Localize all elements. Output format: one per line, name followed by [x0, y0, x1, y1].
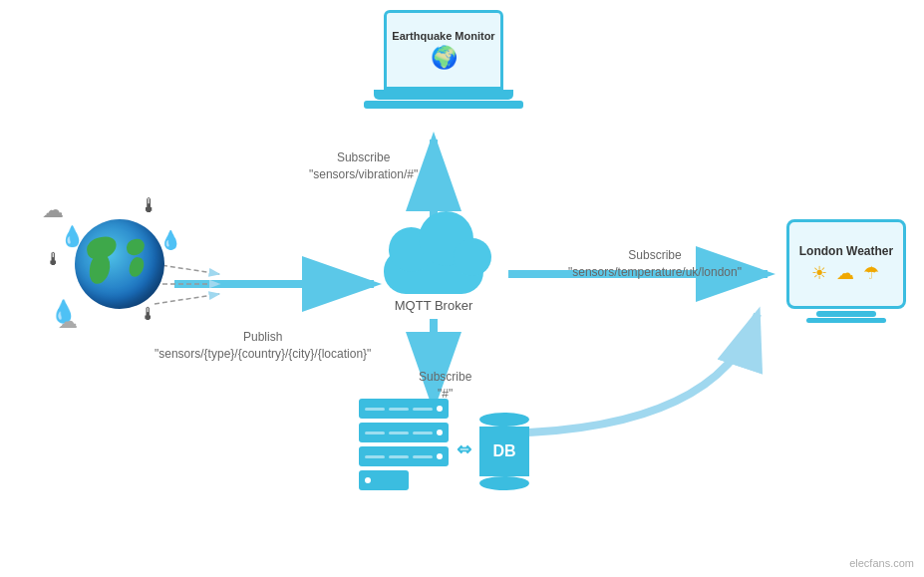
tablet-title: London Weather [799, 244, 893, 258]
label-subscribe-bottom: Subscribe "#" [419, 369, 471, 403]
db-double-arrow: ⇔ [457, 438, 471, 460]
earth-globe [75, 219, 164, 309]
tablet-stand [816, 311, 876, 317]
laptop-foot [364, 101, 523, 109]
watermark: elecfans.com [849, 557, 914, 569]
label-subscribe-top: Subscribe "sensors/vibration/#" [309, 149, 418, 183]
laptop-title: Earthquake Monitor [392, 29, 494, 43]
broker-label: MQTT Broker [395, 298, 473, 313]
diagram-container: { "title": "MQTT IoT Architecture Diagra… [0, 0, 924, 577]
cloud-shape [369, 219, 498, 294]
server-unit-2 [359, 423, 449, 442]
label-publish-bottom: Publish "sensors/{type}/{country}/{city}… [154, 329, 371, 363]
tablet-title-rest: Weather [843, 244, 893, 258]
laptop-base [374, 90, 513, 100]
tablet-node: London Weather ☀ ☁ ☂ [786, 219, 906, 323]
tablet-base [806, 318, 886, 323]
tablet-weather-icons: ☀ ☁ ☂ [811, 262, 881, 284]
laptop-node: Earthquake Monitor 🌍 [364, 10, 523, 109]
broker-node: MQTT Broker [369, 219, 498, 313]
label-subscribe-right: Subscribe "sensors/temperature/uk/london… [568, 247, 742, 281]
tablet-body: London Weather ☀ ☁ ☂ [786, 219, 906, 309]
server-rack [359, 399, 449, 490]
server-unit-4 [359, 470, 409, 490]
server-unit-3 [359, 446, 449, 466]
db-cylinder: DB [479, 413, 529, 490]
server-node: ⇔ DB [359, 399, 529, 490]
db-label: DB [492, 442, 515, 460]
tablet-title-bold: London [799, 244, 843, 258]
laptop-screen: Earthquake Monitor 🌍 [384, 10, 503, 90]
